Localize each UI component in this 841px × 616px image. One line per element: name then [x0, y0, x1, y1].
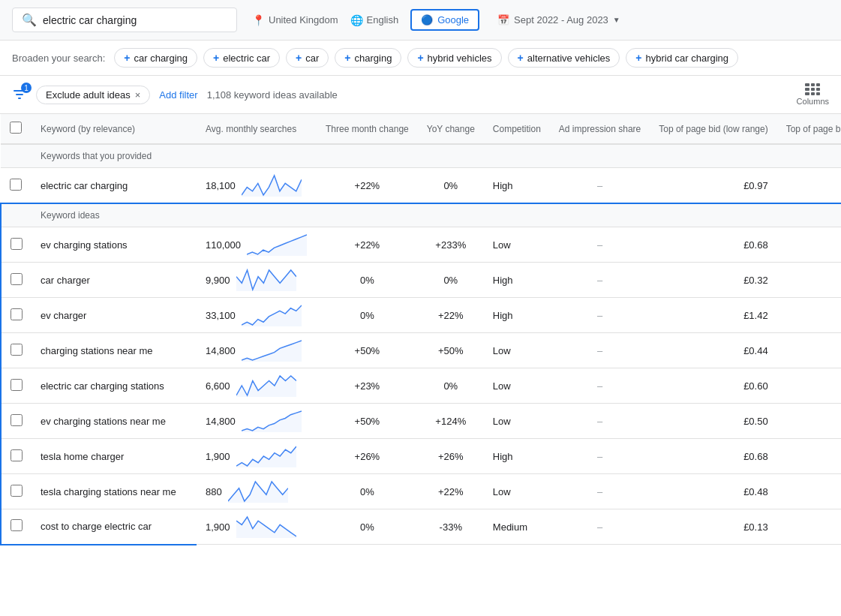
add-filter-button[interactable]: Add filter [159, 89, 197, 101]
avg-searches-header[interactable]: Avg. monthly searches [197, 114, 317, 144]
yoy-cell: +22% [418, 474, 484, 509]
row-checkbox[interactable] [11, 519, 23, 531]
ideas-table-row: ev charger 33,100 0% +22% High – £1.42 £… [1, 298, 841, 333]
row-checkbox-cell[interactable] [1, 263, 32, 298]
ad-impression-header[interactable]: Ad impression share [550, 114, 650, 144]
competition-cell: High [484, 168, 550, 204]
ad-impression-cell: – [550, 298, 650, 333]
keyword-cell: ev charger [32, 298, 197, 333]
keyword-cell: tesla home charger [32, 439, 197, 474]
bid-high-header[interactable]: Top of page bid (high range) [777, 114, 841, 144]
row-checkbox-cell[interactable] [1, 439, 32, 474]
avg-searches-cell: 110,000 [197, 227, 317, 263]
row-checkbox-cell[interactable] [1, 168, 32, 204]
avg-searches-cell: 1,900 [197, 509, 317, 545]
bid-high-cell: £1.99 [777, 263, 841, 298]
location-selector[interactable]: 📍 United Kingdom [252, 14, 338, 26]
three-month-cell: +22% [317, 168, 418, 204]
location-label: United Kingdom [269, 14, 338, 26]
ad-impression-cell: – [550, 168, 650, 204]
language-selector[interactable]: 🌐 English [350, 14, 399, 26]
bid-low-cell: £0.44 [650, 333, 776, 368]
select-all-checkbox[interactable] [10, 122, 22, 134]
close-icon[interactable]: × [135, 89, 141, 101]
keyword-cell: cost to charge electric car [32, 509, 197, 545]
row-checkbox-cell[interactable] [1, 333, 32, 368]
bid-high-cell: £1.30 [777, 474, 841, 509]
row-checkbox[interactable] [11, 238, 23, 250]
avg-value: 880 [206, 486, 222, 497]
broaden-chip-car[interactable]: + car [286, 48, 329, 68]
columns-icon [805, 83, 820, 95]
row-checkbox[interactable] [11, 414, 23, 426]
columns-button[interactable]: Columns [797, 83, 829, 106]
plus-icon: + [124, 52, 130, 64]
broaden-chip-hybrid-car-charging[interactable]: + hybrid car charging [626, 48, 738, 68]
date-range-selector[interactable]: 📅 Sept 2022 - Aug 2023 ▼ [497, 14, 620, 26]
ad-impression-cell: – [550, 227, 650, 263]
avg-value: 1,900 [206, 451, 230, 462]
row-checkbox[interactable] [11, 273, 23, 285]
ideas-section-header: Keyword ideas [1, 203, 841, 227]
ad-impression-cell: – [550, 333, 650, 368]
yoy-cell: 0% [418, 168, 484, 204]
avg-searches-cell: 1,900 [197, 439, 317, 474]
yoy-cell: -33% [418, 509, 484, 545]
row-checkbox[interactable] [11, 485, 23, 497]
yoy-header[interactable]: YoY change [418, 114, 484, 144]
calendar-icon: 📅 [497, 14, 509, 26]
row-checkbox-cell[interactable] [1, 368, 32, 404]
three-month-header[interactable]: Three month change [317, 114, 418, 144]
chip-label: alternative vehicles [527, 53, 611, 64]
ideas-table-row: cost to charge electric car 1,900 0% -33… [1, 509, 841, 545]
bid-low-header[interactable]: Top of page bid (low range) [650, 114, 776, 144]
keyword-cell: electric car charging stations [32, 368, 197, 404]
keyword-cell: ev charging stations near me [32, 404, 197, 439]
ad-impression-cell: – [550, 509, 650, 545]
broaden-chip-electric-car[interactable]: + electric car [203, 48, 280, 68]
row-checkbox-cell[interactable] [1, 509, 32, 545]
exclude-adult-label: Exclude adult ideas [46, 89, 131, 101]
competition-cell: High [484, 263, 550, 298]
row-checkbox-cell[interactable] [1, 474, 32, 509]
broaden-chip-hybrid-vehicles[interactable]: + hybrid vehicles [407, 48, 501, 68]
three-month-cell: 0% [317, 263, 418, 298]
keyword-header[interactable]: Keyword (by relevance) [32, 114, 197, 144]
broaden-row: Broaden your search: + car charging + el… [0, 41, 841, 76]
provided-section-label: Keywords that you provided [32, 144, 841, 168]
row-checkbox[interactable] [11, 308, 23, 320]
provided-section-header: Keywords that you provided [1, 144, 841, 168]
competition-cell: High [484, 439, 550, 474]
row-checkbox[interactable] [11, 449, 23, 461]
competition-header[interactable]: Competition [484, 114, 550, 144]
network-selector[interactable]: 🔵 Google [410, 9, 479, 31]
exclude-adult-chip[interactable]: Exclude adult ideas × [36, 86, 150, 104]
broaden-chip-alternative-vehicles[interactable]: + alternative vehicles [508, 48, 620, 68]
row-checkbox[interactable] [11, 344, 23, 356]
search-box[interactable]: 🔍 [12, 8, 237, 32]
competition-cell: Low [484, 227, 550, 263]
three-month-cell: 0% [317, 474, 418, 509]
ad-impression-cell: – [550, 474, 650, 509]
select-all-header[interactable] [1, 114, 32, 144]
competition-cell: Low [484, 474, 550, 509]
chevron-down-icon: ▼ [613, 16, 620, 24]
provided-table-row: electric car charging 18,100 +22% 0% Hig… [1, 168, 841, 204]
date-range-label: Sept 2022 - Aug 2023 [514, 14, 608, 26]
row-checkbox-cell[interactable] [1, 298, 32, 333]
row-checkbox[interactable] [11, 379, 23, 391]
yoy-cell: +26% [418, 439, 484, 474]
broaden-chip-charging[interactable]: + charging [335, 48, 401, 68]
row-checkbox-cell[interactable] [1, 227, 32, 263]
bid-low-cell: £1.42 [650, 298, 776, 333]
filter-button[interactable]: 1 [12, 87, 27, 102]
row-checkbox-cell[interactable] [1, 404, 32, 439]
network-icon: 🔵 [421, 14, 433, 26]
language-label: English [367, 14, 399, 26]
yoy-cell: +233% [418, 227, 484, 263]
broaden-chip-car-charging[interactable]: + car charging [114, 48, 197, 68]
plus-icon: + [635, 52, 641, 64]
search-input[interactable] [43, 14, 208, 26]
row-checkbox[interactable] [10, 179, 22, 191]
bid-low-cell: £0.68 [650, 439, 776, 474]
